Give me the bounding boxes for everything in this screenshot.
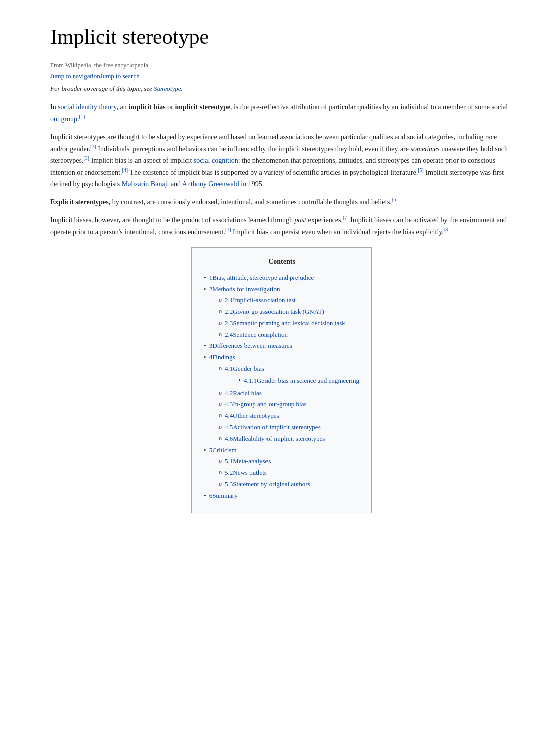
- toc-link-5[interactable]: 5Criticism: [209, 445, 237, 456]
- toc-title: Contents: [204, 256, 359, 267]
- toc-sub-item-4-6: o 4.6Malleability of implicit stereotype…: [219, 434, 359, 444]
- italic-note: For broader coverage of this topic, see …: [50, 84, 513, 94]
- out-group-link[interactable]: out group: [50, 115, 77, 123]
- toc-bullet-4: •: [204, 352, 206, 363]
- toc-link-4-2[interactable]: 4.2Racial bias: [225, 388, 262, 399]
- toc-o-2-4: o: [219, 330, 222, 339]
- ref-6[interactable]: [6]: [392, 197, 398, 202]
- ref-5[interactable]: [5]: [418, 167, 424, 173]
- toc-link-5-3[interactable]: 5.3Statement by original authors: [225, 479, 310, 490]
- toc-sub-item-2-3: o 2.3Semantic priming and lexical decisi…: [219, 318, 359, 329]
- toc-sub-2: o 2.1Implicit-association test o 2.2Go/n…: [204, 295, 359, 340]
- toc-subsub-4-1: ▪ 4.1.1Gender bias in science and engine…: [225, 375, 359, 386]
- toc-link-1[interactable]: 1Bias, attitude, stereotype and prejudic…: [209, 273, 314, 283]
- toc-list: • 1Bias, attitude, stereotype and prejud…: [204, 273, 359, 501]
- toc-sub-item-2-2: o 2.2Go/no-go association task (GNAT): [219, 307, 359, 317]
- social-identity-theory-link[interactable]: social identity theory: [58, 103, 116, 111]
- toc-subsub-item-4-1-1: ▪ 4.1.1Gender bias in science and engine…: [239, 375, 359, 386]
- toc-o-4-5: o: [219, 422, 222, 432]
- toc-o-2-3: o: [219, 318, 222, 328]
- toc-sub-item-5-3: o 5.3Statement by original authors: [219, 479, 359, 490]
- jump-to-search-link[interactable]: Jump to search: [100, 72, 140, 80]
- ref-2[interactable]: [2]: [90, 144, 96, 149]
- toc-link-4-3[interactable]: 4.3In-group and out-group bias: [225, 399, 306, 410]
- ref-1[interactable]: [1]: [79, 114, 85, 119]
- toc-o-5-3: o: [219, 479, 222, 489]
- toc-o-4-2: o: [219, 388, 222, 398]
- toc-o-2-1: o: [219, 295, 222, 305]
- toc-sub-item-2-1: o 2.1Implicit-association test: [219, 295, 359, 306]
- from-wiki: From Wikipedia, the free encyclopedia: [50, 60, 513, 70]
- ref-8[interactable]: [8]: [444, 227, 450, 232]
- toc-item-6: • 6Summary: [204, 491, 359, 501]
- ref-3[interactable]: [3]: [83, 155, 89, 161]
- toc-item-1: • 1Bias, attitude, stereotype and prejud…: [204, 273, 359, 283]
- ref-7[interactable]: [7]: [343, 215, 349, 220]
- toc-link-5-1[interactable]: 5.1Meta-analyses: [225, 456, 271, 467]
- paragraph-1: In social identity theory, an implicit b…: [50, 101, 513, 125]
- toc-link-4-6[interactable]: 4.6Malleability of implicit stereotypes: [225, 434, 325, 444]
- toc-link-5-2[interactable]: 5.2News outlets: [225, 468, 267, 478]
- table-of-contents: Contents • 1Bias, attitude, stereotype a…: [191, 247, 372, 513]
- ref-4[interactable]: [4]: [122, 167, 128, 173]
- toc-item-5: • 5Criticism o 5.1Meta-analyses o 5.2New…: [204, 445, 359, 490]
- ref-1b[interactable]: [1]: [225, 227, 231, 232]
- toc-sub-item-4-4: o 4.4Other stereotypes: [219, 411, 359, 421]
- jump-to-nav-link[interactable]: Jump to navigation: [50, 72, 100, 80]
- toc-link-2[interactable]: 2Methods for investigation: [209, 284, 280, 295]
- toc-item-2: • 2Methods for investigation o 2.1Implic…: [204, 284, 359, 340]
- toc-o-4-3: o: [219, 399, 222, 409]
- toc-bullet-2: •: [204, 284, 206, 295]
- toc-link-6[interactable]: 6Summary: [209, 491, 238, 501]
- toc-bullet-1: •: [204, 273, 206, 283]
- toc-link-3[interactable]: 3Differences between measures: [209, 341, 292, 351]
- toc-sub-item-5-1: o 5.1Meta-analyses: [219, 456, 359, 467]
- implicit-stereotype-bold: implicit stereotype: [175, 103, 230, 111]
- toc-link-2-3[interactable]: 2.3Semantic priming and lexical decision…: [225, 318, 345, 329]
- stereotype-link[interactable]: Stereotype: [154, 85, 181, 92]
- sometimes-italic: sometimes: [410, 145, 439, 152]
- mahzarin-banaji-link[interactable]: Mahzarin Banaji: [122, 180, 169, 188]
- past-italic: past: [295, 216, 306, 223]
- main-content: In social identity theory, an implicit b…: [50, 101, 513, 238]
- paragraph-3: Explicit stereotypes, by contrast, are c…: [50, 196, 513, 208]
- toc-sub-item-2-4: o 2.4Sentence completion: [219, 330, 359, 340]
- toc-bullet-6: •: [204, 491, 206, 501]
- implicit-bias-bold: implicit bias: [128, 103, 166, 111]
- social-cognition-link[interactable]: social cognition: [194, 157, 238, 164]
- toc-sub-item-4-5: o 4.5Activation of implicit stereotypes: [219, 422, 359, 433]
- toc-sub-item-4-2: o 4.2Racial bias: [219, 388, 359, 399]
- jump-links[interactable]: Jump to navigationJump to search: [50, 71, 513, 82]
- anthony-greenwald-link[interactable]: Anthony Greenwald: [182, 180, 239, 188]
- explicit-stereotypes-bold: Explicit stereotypes: [50, 198, 109, 206]
- toc-o-4-4: o: [219, 411, 222, 420]
- toc-subsub-bullet-4-1-1: ▪: [239, 375, 241, 385]
- toc-item-3: • 3Differences between measures: [204, 341, 359, 351]
- toc-o-2-2: o: [219, 307, 222, 316]
- toc-o-5-2: o: [219, 468, 222, 477]
- toc-link-2-4[interactable]: 2.4Sentence completion: [225, 330, 288, 340]
- toc-sub-item-4-3: o 4.3In-group and out-group bias: [219, 399, 359, 410]
- page-title: Implicit stereotype: [50, 20, 513, 56]
- toc-link-4-1-1[interactable]: 4.1.1Gender bias in science and engineer…: [244, 375, 359, 386]
- toc-o-5-1: o: [219, 456, 222, 466]
- paragraph-4: Implicit biases, however, are thought to…: [50, 214, 513, 238]
- toc-bullet-3: •: [204, 341, 206, 351]
- toc-link-4-5[interactable]: 4.5Activation of implicit stereotypes: [225, 422, 321, 433]
- toc-sub-item-4-1: o 4.1Gender bias ▪ 4.1.1Gender bias in s…: [219, 364, 359, 387]
- toc-bullet-5: •: [204, 445, 206, 456]
- toc-sub-5: o 5.1Meta-analyses o 5.2News outlets o 5…: [204, 456, 359, 489]
- toc-sub-item-5-2: o 5.2News outlets: [219, 468, 359, 478]
- toc-o-4-6: o: [219, 434, 222, 443]
- toc-sub-4: o 4.1Gender bias ▪ 4.1.1Gender bias in s…: [204, 364, 359, 444]
- toc-link-4[interactable]: 4Findings: [209, 352, 235, 363]
- toc-link-2-2[interactable]: 2.2Go/no-go association task (GNAT): [225, 307, 324, 317]
- toc-link-4-4[interactable]: 4.4Other stereotypes: [225, 411, 279, 421]
- toc-o-4-1: o: [219, 364, 222, 373]
- toc-link-2-1[interactable]: 2.1Implicit-association test: [225, 295, 296, 306]
- toc-item-4: • 4Findings o 4.1Gender bias ▪ 4.1.1Gend…: [204, 352, 359, 444]
- toc-link-4-1[interactable]: 4.1Gender bias: [225, 365, 264, 372]
- paragraph-2: Implicit stereotypes are thought to be s…: [50, 131, 513, 190]
